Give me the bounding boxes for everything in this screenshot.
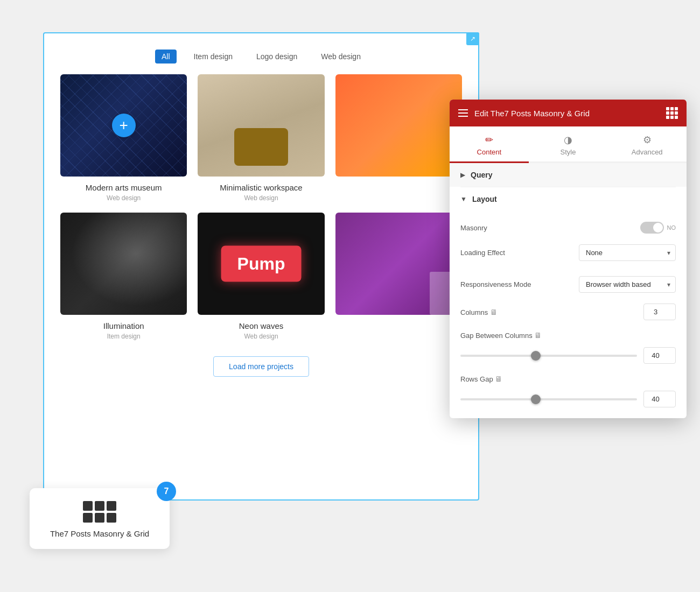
panel-body: ▶ Query ▼ Layout Masonry NO Loading Effe… [450, 163, 687, 418]
monitor-icon-2: 🖥 [534, 331, 542, 340]
tab-advanced[interactable]: ⚙ Advanced [607, 126, 687, 161]
load-more-section: Load more projects [44, 340, 478, 393]
gap-columns-label-row: Gap Between Columns 🖥 [450, 326, 687, 345]
tab-style[interactable]: ◑ Style [529, 126, 608, 161]
load-more-button[interactable]: Load more projects [213, 356, 309, 377]
query-section[interactable]: ▶ Query [450, 163, 687, 187]
tab-style-label: Style [561, 148, 576, 156]
rows-gap-label: Rows Gap 🖥 [460, 375, 676, 383]
panel-header: Edit The7 Posts Masonry & Grid [450, 100, 687, 126]
widget-icon-grid [83, 501, 116, 523]
responsiveness-row: Responsiveness Mode Browser width based … [450, 271, 687, 298]
loading-effect-select[interactable]: None Fade Slide Zoom [579, 244, 676, 261]
gap-columns-label: Gap Between Columns 🖥 [460, 331, 676, 340]
widget-icon-cell [107, 513, 116, 523]
layout-section: Masonry NO Loading Effect None Fade Slid… [450, 211, 687, 418]
panel-header-left: Edit The7 Posts Masonry & Grid [458, 109, 590, 118]
layout-section-title: Layout [472, 195, 497, 203]
portfolio-grid: + Modern arts museum Web design Minimali… [44, 74, 478, 340]
portfolio-image-3[interactable] [335, 74, 462, 177]
rows-gap-thumb[interactable] [531, 394, 541, 404]
filter-tabs: All Item design Logo design Web design [44, 33, 478, 74]
tab-content[interactable]: ✏ Content [450, 126, 529, 163]
chevron-down-icon: ▼ [460, 195, 467, 203]
widget-name: The7 Posts Masonry & Grid [50, 529, 149, 538]
portfolio-title-1: Modern arts museum [86, 183, 162, 192]
widget-icon-cell [95, 513, 104, 523]
responsiveness-select[interactable]: Browser width based Element width based [579, 276, 676, 293]
tab-all[interactable]: All [155, 50, 177, 64]
edit-panel: Edit The7 Posts Masonry & Grid ✏ Content… [450, 100, 687, 418]
tab-advanced-label: Advanced [632, 148, 663, 156]
panel-tabs: ✏ Content ◑ Style ⚙ Advanced [450, 126, 687, 163]
rows-gap-slider-row [450, 389, 687, 413]
portfolio-image-6[interactable] [335, 213, 462, 315]
panel-title: Edit The7 Posts Masonry & Grid [474, 109, 590, 118]
portfolio-title-4: Illumination [103, 321, 144, 330]
columns-input[interactable] [643, 304, 676, 320]
tab-web-design[interactable]: Web design [314, 50, 367, 64]
widget-icon-cell [83, 513, 93, 523]
list-item [335, 74, 462, 202]
widget-icon-cell [83, 501, 93, 511]
portfolio-cat-1: Web design [107, 194, 141, 202]
rows-gap-label-row: Rows Gap 🖥 [450, 369, 687, 389]
gap-columns-slider-row [450, 345, 687, 369]
portfolio-image-5[interactable] [198, 213, 324, 315]
list-item [335, 213, 462, 340]
portfolio-cat-5: Web design [244, 333, 278, 340]
portfolio-title-2: Minimalistic workspace [220, 183, 302, 192]
loading-effect-select-wrap: None Fade Slide Zoom ▾ [579, 244, 676, 261]
chevron-right-icon: ▶ [460, 171, 465, 179]
gap-columns-slider-wrap [460, 347, 676, 364]
portfolio-title-5: Neon waves [239, 321, 284, 330]
portfolio-image-4[interactable] [60, 213, 187, 315]
gear-icon: ⚙ [643, 134, 652, 146]
portfolio-image-1[interactable]: + [60, 74, 187, 177]
rows-gap-slider[interactable] [460, 398, 637, 400]
query-section-title: Query [471, 171, 492, 179]
widget-badge: 7 [157, 482, 176, 501]
style-icon: ◑ [564, 134, 572, 146]
list-item: Illumination Item design [60, 213, 187, 340]
rows-gap-input[interactable] [643, 391, 676, 407]
columns-label: Columns 🖥 [460, 308, 638, 316]
portfolio-cat-2: Web design [244, 194, 278, 202]
widget-icon-cell [107, 501, 116, 511]
tab-item-design[interactable]: Item design [187, 50, 239, 64]
resize-handle[interactable]: ↗ [466, 32, 479, 45]
loading-effect-row: Loading Effect None Fade Slide Zoom ▾ [450, 239, 687, 266]
responsiveness-label: Responsiveness Mode [460, 280, 573, 288]
widget-card[interactable]: 7 The7 Posts Masonry & Grid [30, 488, 170, 549]
layout-section-header[interactable]: ▼ Layout [450, 187, 687, 211]
widget-icon-cell [95, 501, 104, 511]
grid-icon[interactable] [666, 107, 678, 119]
canvas-area: ↗ All Item design Logo design Web design… [43, 32, 479, 501]
responsiveness-select-wrap: Browser width based Element width based … [579, 276, 676, 293]
hamburger-icon[interactable] [458, 109, 468, 117]
masonry-toggle-label: NO [667, 224, 676, 231]
portfolio-cat-4: Item design [107, 333, 141, 340]
masonry-toggle[interactable] [640, 222, 664, 234]
monitor-icon-3: 🖥 [495, 375, 502, 383]
masonry-row: Masonry NO [450, 216, 687, 239]
tab-logo-design[interactable]: Logo design [250, 50, 304, 64]
tab-content-label: Content [477, 148, 502, 156]
gap-columns-input[interactable] [643, 347, 676, 364]
add-icon[interactable]: + [112, 114, 136, 137]
list-item: Minimalistic workspace Web design [198, 74, 324, 202]
monitor-icon: 🖥 [490, 308, 498, 316]
gap-columns-thumb[interactable] [531, 351, 541, 361]
columns-row: Columns 🖥 [450, 298, 687, 326]
gap-columns-slider[interactable] [460, 355, 637, 357]
portfolio-image-2[interactable] [198, 74, 324, 177]
list-item: + Modern arts museum Web design [60, 74, 187, 202]
masonry-label: Masonry [460, 224, 635, 232]
masonry-toggle-wrap: NO [640, 222, 676, 234]
rows-gap-slider-wrap [460, 391, 676, 407]
loading-effect-label: Loading Effect [460, 249, 573, 257]
list-item: Neon waves Web design [198, 213, 324, 340]
pencil-icon: ✏ [485, 134, 493, 146]
